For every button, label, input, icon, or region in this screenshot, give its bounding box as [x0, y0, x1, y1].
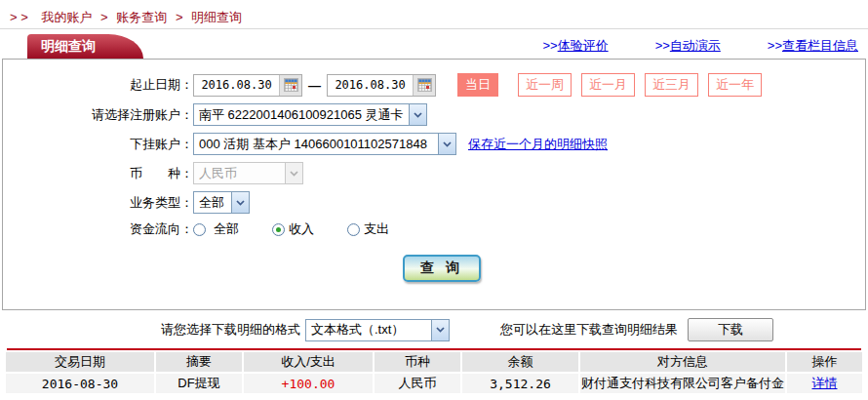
table-row: 2016-08-30 DF提现 +100.00 人民币 3,512.26 财付通… [6, 374, 862, 393]
dropdown-arrow-icon [231, 192, 249, 213]
cell-summary: DF提现 [156, 374, 242, 393]
column-header-summary: 摘要 [156, 352, 242, 372]
start-date-input[interactable]: 2016.08.30 [193, 74, 302, 97]
quick-range-quarter-button[interactable]: 近三月 [645, 73, 698, 97]
radio-icon [193, 223, 206, 236]
cell-date: 2016-08-30 [6, 374, 154, 393]
dropdown-arrow-icon [285, 163, 302, 183]
download-format-label: 请您选择下载明细的格式 [161, 321, 300, 339]
cell-amount: +100.00 [244, 374, 373, 393]
fund-flow-radio-all[interactable]: 全部 [193, 220, 239, 238]
start-date-calendar-button[interactable] [279, 75, 301, 96]
query-form-panel: 起止日期： 2016.08.30 — 2016.08.30 当日 近一周 近一月… [2, 59, 866, 310]
fund-flow-radio-expense[interactable]: 支出 [347, 220, 389, 238]
breadcrumb-separator: > [176, 10, 183, 24]
quick-range-month-button[interactable]: 近一月 [581, 73, 635, 97]
link-experience-review[interactable]: >>体验评价 [542, 37, 608, 55]
quick-range-week-button[interactable]: 近一周 [518, 73, 572, 97]
calendar-icon [417, 78, 432, 92]
end-date-calendar-button[interactable] [413, 75, 435, 96]
date-range-label: 起止日期： [3, 76, 193, 94]
date-range-row: 起止日期： 2016.08.30 — 2016.08.30 当日 近一周 近一月… [3, 73, 865, 97]
currency-row: 币 种： 人民币 [3, 162, 865, 184]
calendar-icon [284, 78, 298, 92]
business-type-label: 业务类型： [3, 194, 193, 212]
registered-account-row: 请选择注册账户： 南平 6222001406100921065 灵通卡 [3, 103, 865, 126]
breadcrumb-separator: > [100, 10, 108, 24]
radio-icon [347, 223, 360, 236]
tab-detail-query[interactable]: 明细查询 [27, 34, 109, 59]
breadcrumb: > > 我的账户 > 账务查询 > 明细查询 [0, 0, 868, 29]
download-format-select[interactable]: 文本格式（.txt） [305, 319, 450, 341]
currency-select: 人民币 [193, 162, 303, 184]
fund-flow-radio-income[interactable]: 收入 [272, 220, 314, 238]
breadcrumb-arrows: > > [10, 10, 28, 24]
radio-checked-icon [272, 223, 285, 236]
fund-flow-label: 资金流向： [3, 220, 193, 238]
detail-link[interactable]: 详情 [812, 376, 838, 390]
breadcrumb-item-my-account[interactable]: 我的账户 [41, 10, 92, 24]
cell-balance: 3,512.26 [462, 374, 578, 393]
business-type-row: 业务类型： 全部 [3, 191, 865, 214]
breadcrumb-item-account-query[interactable]: 账务查询 [116, 10, 167, 24]
fund-flow-radio-group: 全部 收入 支出 [193, 220, 389, 238]
breadcrumb-item-detail-query[interactable]: 明细查询 [191, 10, 242, 24]
download-row: 请您选择下载明细的格式 文本格式（.txt） 您可以在这里下载查询明细结果 下载 [0, 317, 868, 342]
sub-account-select[interactable]: 000 活期 基本户 1406600101102571848 [193, 133, 456, 155]
column-header-action: 操作 [787, 352, 862, 372]
quick-range-year-button[interactable]: 近一年 [708, 73, 762, 97]
download-button[interactable]: 下载 [688, 318, 773, 341]
quick-range-today-button[interactable]: 当日 [457, 73, 498, 97]
save-snapshot-link[interactable]: 保存近一个月的明细快照 [468, 136, 608, 153]
section-header: 明细查询 >>体验评价 >>自动演示 >>查看栏目信息 [0, 34, 868, 59]
column-header-counterparty: 对方信息 [580, 352, 785, 372]
registered-account-label: 请选择注册账户： [3, 106, 193, 124]
table-header-row: 交易日期 摘要 收入/支出 币种 余额 对方信息 操作 [6, 352, 862, 372]
sub-account-label: 下挂账户： [3, 136, 193, 153]
link-view-column-info[interactable]: >>查看栏目信息 [768, 37, 858, 55]
transactions-table: 交易日期 摘要 收入/支出 币种 余额 对方信息 操作 2016-08-30 D… [4, 350, 864, 395]
dropdown-arrow-icon [438, 134, 455, 154]
column-header-amount: 收入/支出 [244, 352, 373, 372]
sub-account-row: 下挂账户： 000 活期 基本户 1406600101102571848 保存近… [3, 133, 865, 155]
link-auto-demo[interactable]: >>自动演示 [655, 37, 721, 55]
cell-counterparty: 财付通支付科技有限公司客户备付金 [580, 374, 785, 393]
dropdown-arrow-icon [409, 104, 426, 125]
fund-flow-row: 资金流向： 全部 收入 支出 [3, 220, 865, 238]
download-hint: 您可以在这里下载查询明细结果 [500, 321, 678, 339]
business-type-select[interactable]: 全部 [193, 191, 250, 214]
currency-label: 币 种： [3, 165, 193, 182]
column-header-currency: 币种 [375, 352, 460, 372]
dropdown-arrow-icon [431, 320, 449, 340]
cell-currency: 人民币 [375, 374, 460, 393]
header-links: >>体验评价 >>自动演示 >>查看栏目信息 [542, 37, 858, 55]
query-button-row: 查 询 [3, 255, 865, 282]
date-range-separator: — [308, 78, 321, 93]
column-header-date: 交易日期 [6, 352, 154, 372]
end-date-input[interactable]: 2016.08.30 [327, 74, 436, 97]
registered-account-select[interactable]: 南平 6222001406100921065 灵通卡 [193, 103, 427, 126]
query-button[interactable]: 查 询 [403, 255, 481, 282]
column-header-balance: 余额 [462, 352, 578, 372]
